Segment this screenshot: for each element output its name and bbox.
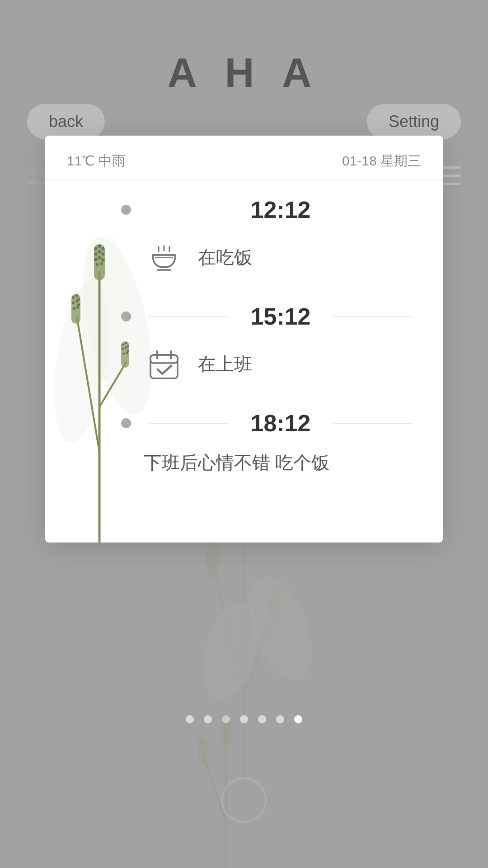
timeline-dot-1 [121, 205, 131, 215]
bowl-icon [144, 237, 184, 278]
svg-rect-60 [150, 355, 178, 378]
timeline-content-3: 下班后心情不错 吃个饭 [67, 441, 421, 484]
timeline-time-1: 12:12 [251, 196, 311, 223]
date-info: 01-18 星期三 [342, 152, 421, 170]
svg-line-66 [203, 755, 226, 823]
timeline-time-row-1: 12:12 [67, 180, 421, 228]
timeline-dot-2 [121, 311, 131, 321]
setting-button[interactable]: Setting [367, 104, 461, 139]
weather-info: 11℃ 中雨 [67, 152, 126, 170]
timeline-text-1: 在吃饭 [198, 245, 252, 270]
timeline-text-2: 在上班 [198, 352, 252, 377]
timeline: 12:12 [45, 180, 443, 511]
main-card: 11℃ 中雨 01-18 星期三 12:12 [45, 136, 443, 542]
timeline-dot-3 [121, 418, 131, 428]
app-title: A H A [0, 50, 488, 96]
timeline-text-3: 下班后心情不错 吃个饭 [144, 453, 329, 472]
timeline-time-row-2: 15:12 [67, 287, 421, 335]
back-button[interactable]: back [27, 104, 105, 139]
timeline-time-2: 15:12 [251, 303, 311, 330]
pagination-dot-6[interactable] [276, 715, 284, 723]
svg-point-4 [206, 540, 219, 581]
bottom-plant-decoration [181, 687, 271, 868]
calendar-check-icon [144, 344, 184, 384]
svg-rect-68 [198, 737, 207, 763]
svg-rect-61 [150, 355, 178, 363]
add-button[interactable] [221, 778, 267, 823]
card-header: 11℃ 中雨 01-18 星期三 [45, 136, 443, 180]
timeline-time-3: 18:12 [251, 410, 311, 437]
top-buttons-container: back Setting [0, 104, 488, 139]
svg-rect-67 [221, 714, 231, 746]
pagination-dot-7[interactable] [294, 715, 302, 723]
timeline-content-2: 在上班 [67, 335, 421, 393]
timeline-time-row-3: 18:12 [67, 393, 421, 441]
timeline-content-1: 在吃饭 [67, 228, 421, 287]
